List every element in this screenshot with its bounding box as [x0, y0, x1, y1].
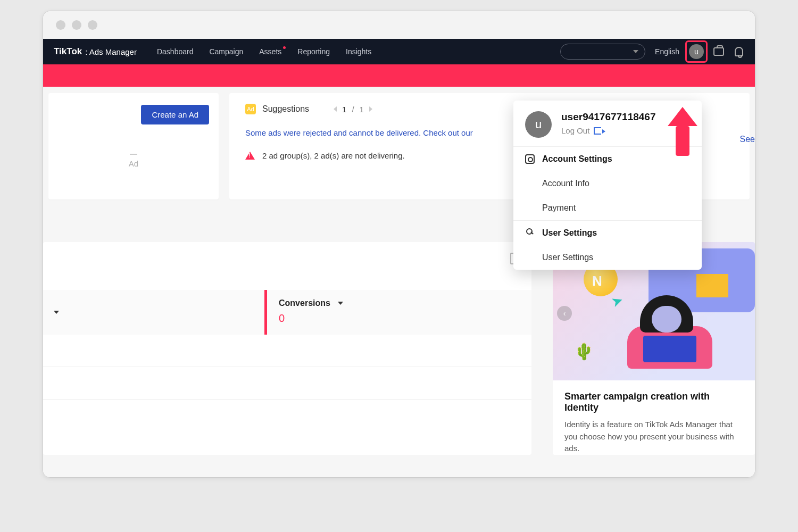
- nav-reporting[interactable]: Reporting: [297, 47, 330, 56]
- ad-empty-state: Ad: [129, 154, 138, 168]
- pager-sep: /: [352, 105, 354, 114]
- nav-dashboard[interactable]: Dashboard: [157, 47, 194, 56]
- promo-title: Smarter campaign creation with Identity: [564, 391, 743, 413]
- notifications-button[interactable]: [734, 46, 744, 57]
- top-nav: TikTok: Ads Manager Dashboard Campaign A…: [43, 39, 755, 64]
- suggestions-pager: 1 / 1: [334, 105, 372, 114]
- nav-campaign[interactable]: Campaign: [209, 47, 243, 56]
- dash-icon: [130, 154, 137, 155]
- ad-label: Ad: [129, 159, 138, 168]
- promo-column: ✺ N ➤ 🌵 ‹ Smarter campaign creation with…: [542, 242, 755, 455]
- briefcase-icon: [713, 47, 724, 56]
- carousel-prev-button[interactable]: ‹: [557, 306, 572, 321]
- window-min-dot[interactable]: [72, 20, 81, 30]
- see-link[interactable]: See: [740, 135, 755, 144]
- promo-body: Identity is a feature on TikTok Ads Mana…: [564, 419, 743, 455]
- user-settings-header-label: User Settings: [542, 228, 597, 238]
- account-selector[interactable]: [560, 44, 645, 60]
- app-root: TikTok: Ads Manager Dashboard Campaign A…: [43, 39, 755, 477]
- user-settings-item[interactable]: User Settings: [513, 245, 702, 270]
- dropdown-username: user9417677118467: [561, 111, 656, 123]
- panel-toolbar: [43, 242, 531, 290]
- window-max-dot[interactable]: [88, 20, 97, 30]
- nav-links: Dashboard Campaign Assets Reporting Insi…: [157, 47, 371, 56]
- dropdown-caret-icon: [676, 101, 686, 101]
- chevron-down-icon: [633, 50, 638, 53]
- metric-conversions-header: Conversions: [279, 298, 343, 308]
- suggestions-icon: Ad: [245, 104, 256, 114]
- dropdown-avatar-letter: u: [535, 118, 542, 131]
- user-settings-header: User Settings: [513, 220, 702, 245]
- promo-text: Smarter campaign creation with Identity …: [553, 380, 755, 455]
- pager-current: 1: [342, 105, 346, 114]
- shape-icon: [696, 274, 728, 297]
- payment-label: Payment: [542, 203, 576, 213]
- metric-conversions-label: Conversions: [279, 298, 330, 308]
- metrics-strip: Conversions 0: [43, 290, 531, 335]
- bell-icon: [735, 47, 743, 56]
- nav-assets-label: Assets: [259, 47, 281, 56]
- divider: [43, 399, 531, 400]
- nav-insights[interactable]: Insights: [346, 47, 371, 56]
- logout-button[interactable]: Log Out: [561, 126, 656, 135]
- user-icon: [525, 228, 535, 238]
- browser-frame: TikTok: Ads Manager Dashboard Campaign A…: [43, 11, 755, 478]
- cursor-icon: ➤: [609, 292, 625, 311]
- language-selector[interactable]: English: [655, 47, 679, 56]
- plant-icon: 🌵: [574, 342, 594, 361]
- chevron-down-icon: [338, 302, 343, 305]
- window-close-dot[interactable]: [56, 20, 65, 30]
- brand-suffix: : Ads Manager: [85, 47, 137, 56]
- bulb-glyph-icon: N: [592, 273, 602, 289]
- metric-collapsed[interactable]: [43, 290, 68, 335]
- business-center-button[interactable]: [713, 46, 724, 57]
- user-avatar-button[interactable]: u: [689, 44, 704, 59]
- brand-logo[interactable]: TikTok: Ads Manager: [54, 46, 137, 57]
- promo-card: ✺ N ➤ 🌵 ‹ Smarter campaign creation with…: [553, 242, 755, 455]
- create-ad-button[interactable]: Create an Ad: [141, 105, 209, 124]
- account-info-item[interactable]: Account Info: [513, 171, 702, 196]
- account-settings-label: Account Settings: [542, 154, 612, 164]
- logout-icon: [594, 127, 601, 135]
- create-ad-card: Create an Ad Ad: [48, 93, 219, 200]
- person-face-icon: [652, 306, 681, 332]
- alert-banner: [43, 64, 755, 87]
- window-titlebar: [43, 11, 755, 39]
- pager-total: 1: [360, 105, 364, 114]
- pager-next-icon[interactable]: [369, 106, 372, 112]
- assets-badge-icon: [283, 46, 286, 49]
- suggestions-title: Suggestions: [262, 104, 309, 114]
- metric-conversions-value: 0: [279, 312, 343, 325]
- account-info-label: Account Info: [542, 179, 589, 188]
- payment-item[interactable]: Payment: [513, 196, 702, 220]
- metric-conversions[interactable]: Conversions 0: [264, 290, 355, 335]
- pager-prev-icon[interactable]: [334, 106, 337, 112]
- nav-assets[interactable]: Assets: [259, 47, 281, 56]
- logout-label: Log Out: [561, 126, 589, 135]
- arrow-annotation: [668, 107, 697, 155]
- arrow-head-icon: [668, 107, 697, 126]
- brand-name: TikTok: [54, 46, 82, 57]
- laptop-icon: [643, 336, 696, 362]
- nav-right: English u: [560, 44, 744, 60]
- user-settings-label: User Settings: [542, 253, 593, 262]
- avatar-letter: u: [694, 47, 699, 56]
- arrow-stem-icon: [676, 126, 689, 156]
- warning-text: 2 ad group(s), 2 ad(s) are not deliverin…: [262, 151, 405, 160]
- chevron-down-icon: [54, 311, 59, 314]
- lower-row: Conversions 0 ✺: [43, 242, 755, 455]
- metrics-panel: Conversions 0: [43, 242, 531, 455]
- gear-icon: [525, 154, 535, 164]
- warning-triangle-icon: [245, 152, 255, 160]
- dropdown-avatar: u: [525, 111, 552, 138]
